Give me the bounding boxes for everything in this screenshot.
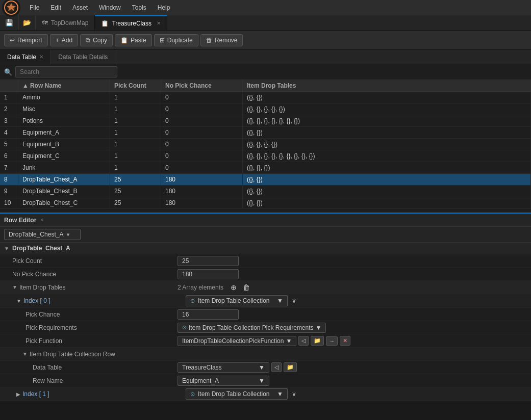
table-row[interactable]: 9 DropTable_Chest_B 25 180 ({}, {}) (0, 186, 531, 197)
row-selector-dropdown[interactable]: DropTable_Chest_A ▼ (4, 229, 81, 240)
pick-count-input[interactable] (178, 256, 239, 266)
pick-fn-arrow: ▼ (286, 337, 292, 345)
row-editor-close-button[interactable]: × (40, 217, 43, 223)
data-table-browse-folder[interactable]: 📁 (284, 362, 297, 372)
save-icon-btn[interactable]: 💾 (0, 15, 19, 30)
row-editor-content: ▼ DropTable_Chest_A Pick Count No Pick C… (0, 243, 531, 401)
add-button[interactable]: + Add (50, 34, 78, 46)
menu-file[interactable]: File (24, 2, 44, 13)
table-row[interactable]: 5 Equipment_B 1 0 ({}, {}, {}, {}) (0, 139, 531, 150)
idtcr-label: ▼ Item Drop Table Collection Row (8, 349, 182, 360)
tab-topdown[interactable]: 🗺 TopDownMap (36, 15, 95, 30)
col-header-no-pick[interactable]: No Pick Chance (161, 80, 243, 91)
copy-button[interactable]: ⧉ Copy (80, 34, 113, 46)
no-pick-chance-input[interactable] (178, 269, 239, 279)
paste-label: Paste (131, 37, 146, 44)
pick-chance-input[interactable] (178, 309, 239, 320)
table-row[interactable]: 3 Potions 1 0 ({}, {}, {}, {}, {}, {}, {… (0, 115, 531, 127)
menu-help[interactable]: Help (153, 2, 175, 13)
search-bar: 🔍 (0, 64, 531, 80)
index-1-dropdown-arrow: ▼ (277, 390, 283, 398)
menu-edit[interactable]: Edit (45, 2, 66, 13)
pick-fn-navigate[interactable]: → (326, 336, 338, 346)
data-table-dropdown-label: TreasureClass (182, 364, 222, 371)
section-header-droptable[interactable]: ▼ DropTable_Chest_A (0, 243, 531, 254)
duplicate-label: Duplicate (167, 37, 193, 44)
add-label: Add (62, 37, 72, 44)
prop-row-pick-requirements: Pick Requirements ⊙ Item Drop Table Coll… (0, 321, 531, 334)
cell-row-name: Ammo (18, 92, 110, 103)
row-name-dropdown-label: Equipment_A (182, 377, 219, 384)
col-header-pick-count[interactable]: Pick Count (110, 80, 161, 91)
app-logo (2, 0, 20, 17)
cell-row-name: Junk (18, 162, 110, 173)
cell-row-name: Equipment_A (18, 127, 110, 138)
pick-fn-browse-back[interactable]: ◁ (298, 336, 309, 346)
data-table-dropdown[interactable]: TreasureClass ▼ (178, 362, 269, 373)
col-header-num (0, 80, 18, 91)
reimport-button[interactable]: ↩ Reimport (4, 34, 48, 46)
table-row[interactable]: 2 Misc 1 0 ({}, {}, {}, {}, {}) (0, 103, 531, 115)
cell-no-pick-chance: 0 (161, 150, 243, 162)
cell-pick-count: 1 (110, 150, 161, 162)
array-add-button[interactable]: ⊕ (229, 282, 239, 293)
cell-no-pick-chance: 180 (161, 186, 243, 197)
col-header-row-name[interactable]: ▲ Row Name (18, 80, 110, 91)
remove-button[interactable]: 🗑 Remove (200, 34, 243, 46)
row-selector-arrow: ▼ (65, 232, 70, 238)
item-drop-tables-arrow[interactable]: ▼ (12, 284, 17, 290)
array-remove-button[interactable]: 🗑 (241, 282, 252, 293)
menu-window[interactable]: Window (94, 2, 126, 13)
add-icon: + (56, 37, 59, 44)
pick-function-dropdown[interactable]: ItemDropTableCollectionPickFunction ▼ (178, 336, 296, 346)
cell-item-drop-tables: ({}, {}, {}, {}) (243, 139, 531, 150)
menu-asset[interactable]: Asset (67, 2, 93, 13)
pick-count-value (173, 255, 531, 267)
cell-num: 5 (0, 139, 18, 150)
treasure-tab-label: TreasureClass (112, 20, 151, 27)
data-table-tab-close[interactable]: ✕ (39, 54, 43, 60)
treasure-tab-close[interactable]: ✕ (157, 20, 161, 26)
row-name-dropdown[interactable]: Equipment_A ▼ (178, 376, 269, 386)
duplicate-button[interactable]: ⊞ Duplicate (154, 34, 198, 46)
pick-fn-clear[interactable]: ✕ (340, 336, 350, 346)
index-0-expand-arrow[interactable]: ▼ (16, 298, 21, 304)
col-header-item-drop[interactable]: Item Drop Tables (243, 80, 531, 91)
pick-requirements-dropdown[interactable]: ⊙ Item Drop Table Collection Pick Requir… (178, 323, 326, 333)
cell-num: 2 (0, 103, 18, 115)
cell-num: 6 (0, 150, 18, 162)
item-drop-tables-label: ▼ Item Drop Tables (0, 282, 173, 293)
data-table-browse-back[interactable]: ◁ (271, 362, 282, 372)
index-0-type-dropdown[interactable]: ⊙ Item Drop Table Collection ▼ (186, 295, 288, 306)
menu-tools[interactable]: Tools (127, 2, 151, 13)
prop-row-row-name: Row Name Equipment_A ▼ (0, 374, 531, 387)
index-1-type-dropdown[interactable]: ⊙ Item Drop Table Collection ▼ (186, 388, 288, 400)
row-editor-header: Row Editor × (0, 213, 531, 227)
panel-tab-data-table[interactable]: Data Table ✕ (0, 50, 51, 64)
data-table-value: TreasureClass ▼ ◁ 📁 (173, 361, 531, 374)
index-0-text: Index [ 0 ] (23, 297, 50, 304)
row-editor-dropdown-bar: DropTable_Chest_A ▼ (0, 227, 531, 243)
panel-tab-data-table-details[interactable]: Data Table Details (51, 50, 115, 64)
table-row[interactable]: 4 Equipment_A 1 0 ({}, {}) (0, 127, 531, 139)
index-0-collapse-btn[interactable]: ∨ (290, 296, 298, 305)
browse-icon-btn[interactable]: 📂 (19, 15, 36, 30)
cell-num: 8 (0, 174, 18, 185)
table-row[interactable]: 6 Equipment_C 1 0 ({}, {}, {}, {}, {}, {… (0, 150, 531, 162)
cell-item-drop-tables: ({}, {}) (243, 127, 531, 138)
index-1-type-label: Item Drop Table Collection (198, 390, 270, 398)
index-1-collapse-btn[interactable]: ∨ (290, 389, 298, 399)
index-1-expand-arrow[interactable]: ▶ (16, 391, 20, 397)
pick-fn-browse-folder[interactable]: 📁 (311, 336, 324, 346)
search-input[interactable] (15, 66, 117, 77)
table-row[interactable]: 1 Ammo 1 0 ({}, {}) (0, 92, 531, 103)
tab-treasure[interactable]: 📋 TreasureClass ✕ (95, 15, 167, 30)
table-row[interactable]: 7 Junk 1 0 ({}, {}, {}) (0, 162, 531, 174)
index-1-label: ▶ Index [ 1 ] (8, 388, 182, 400)
idtcr-arrow[interactable]: ▼ (22, 351, 28, 357)
paste-button[interactable]: 📋 Paste (115, 34, 152, 46)
table-row[interactable]: 8 DropTable_Chest_A 25 180 ({}, {}) (0, 174, 531, 186)
cell-num: 1 (0, 92, 18, 103)
table-row[interactable]: 10 DropTable_Chest_C 25 180 ({}, {}) (0, 197, 531, 209)
duplicate-icon: ⊞ (160, 37, 165, 44)
